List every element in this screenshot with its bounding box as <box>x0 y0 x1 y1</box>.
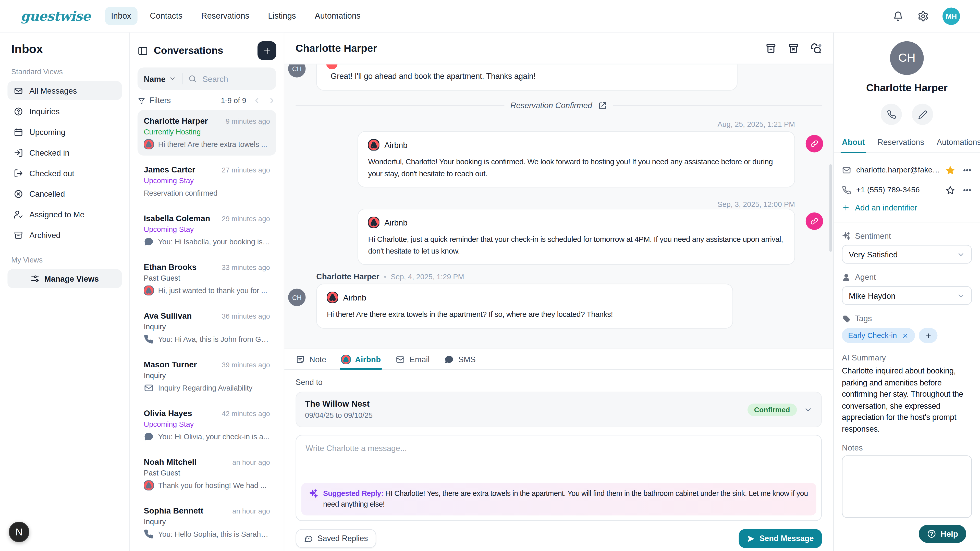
message-scroll-area[interactable]: CH Great! I'll go ahead and book the apa… <box>284 64 833 348</box>
conversation-item[interactable]: Noah Mitchell an hour ago Past Guest Tha… <box>138 451 277 497</box>
sidebar-item[interactable]: Checked in <box>7 143 122 162</box>
sidebar-item-icon <box>14 127 23 137</box>
external-link-icon[interactable] <box>598 101 607 110</box>
channel-icon <box>144 286 154 295</box>
bell-icon[interactable] <box>892 10 904 21</box>
prev-page-button[interactable] <box>252 96 261 105</box>
conversation-item[interactable]: Sophia Bennett an hour ago Inquiry You: … <box>138 500 277 545</box>
sidebar-item[interactable]: Cancelled <box>7 184 122 203</box>
conversation-item[interactable]: Ava Sullivan 36 minutes ago Inquiry You:… <box>138 305 277 351</box>
plus-icon <box>924 332 932 339</box>
saved-replies-button[interactable]: Saved Replies <box>296 529 376 548</box>
profile-tab[interactable]: Reservations <box>877 138 924 152</box>
sidebar-item[interactable]: Inquiries <box>7 102 122 121</box>
send-message-button[interactable]: Send Message <box>739 529 822 548</box>
edit-button[interactable] <box>912 104 933 125</box>
sidebar-item[interactable]: Upcoming <box>7 122 122 141</box>
sidebar-item[interactable]: All Messages <box>7 81 122 100</box>
question-circle-icon <box>927 529 936 538</box>
sidebar-item[interactable]: Checked out <box>7 164 122 183</box>
sidebar-item[interactable]: Archived <box>7 225 122 244</box>
sidebar-title: Inbox <box>11 43 122 56</box>
star-icon[interactable] <box>945 165 955 175</box>
scrollbar-thumb[interactable] <box>829 164 832 252</box>
composer-tab[interactable]: Email <box>396 349 430 369</box>
chat-area: CH Great! I'll go ahead and book the apa… <box>284 32 833 551</box>
composer-tab-icon <box>396 354 405 364</box>
more-options-icon[interactable] <box>963 185 972 195</box>
message-text: Wonderful, Charlotte! Your booking is co… <box>368 156 784 179</box>
help-button[interactable]: Help <box>919 525 966 543</box>
composer-tabs: Note Airbnb Email SMS <box>284 349 833 370</box>
sidebar-item[interactable]: Assigned to Me <box>7 205 122 224</box>
archive-x-icon[interactable] <box>788 42 800 54</box>
conversation-item[interactable]: Charlotte Harper 9 minutes ago Currently… <box>138 110 277 156</box>
composer-tab[interactable]: Airbnb <box>341 349 381 369</box>
agent-select[interactable]: Mike Haydon <box>842 286 972 305</box>
composer-tab-icon <box>341 354 351 364</box>
guest-status: Upcoming Stay <box>144 176 270 185</box>
manage-views-button[interactable]: Manage Views <box>7 269 122 288</box>
sparkles-icon <box>842 231 851 240</box>
sentiment-label-row: Sentiment <box>842 231 972 241</box>
conversation-item[interactable]: Ethan Brooks 33 minutes ago Past Guest H… <box>138 256 277 302</box>
conversation-item[interactable]: Mason Turner 39 minutes ago Inquiry Inqu… <box>138 354 277 399</box>
guestwise-logo[interactable]: guestwise <box>21 8 90 24</box>
main-nav: Inbox Contacts Reservations Listings Aut… <box>105 7 367 25</box>
dev-launcher-badge[interactable]: N <box>9 522 29 542</box>
next-page-button[interactable] <box>267 96 276 105</box>
filters-label[interactable]: Filters <box>149 96 171 105</box>
collapse-panel-icon[interactable] <box>138 45 148 56</box>
conversation-item[interactable]: Isabella Coleman 29 minutes ago Upcoming… <box>138 207 277 253</box>
call-button[interactable] <box>881 104 902 125</box>
message-timestamp: Aug, 25, 2025, 1:21 PM <box>718 120 795 129</box>
nav-item[interactable]: Listings <box>262 7 302 25</box>
profile-tab[interactable]: Automations <box>937 138 980 152</box>
profile-tab[interactable]: About <box>842 138 865 152</box>
reservation-selector[interactable]: The Willow Nest 09/04/25 to 09/10/25 Con… <box>296 392 822 427</box>
search-field-selector[interactable]: Name <box>144 74 165 83</box>
notes-input[interactable] <box>842 455 972 518</box>
gear-icon[interactable] <box>918 10 929 21</box>
archive-icon[interactable] <box>765 42 777 54</box>
send-icon <box>747 534 755 543</box>
sidebar-item-icon <box>14 230 23 240</box>
conversation-item[interactable]: James Carter 27 minutes ago Upcoming Sta… <box>138 159 277 204</box>
conversation-list: Charlotte Harper 9 minutes ago Currently… <box>138 110 277 545</box>
chat-title: Charlotte Harper <box>296 42 754 54</box>
message-time: 9 minutes ago <box>226 118 270 125</box>
conversation-item[interactable]: Olivia Hayes 42 minutes ago Upcoming Sta… <box>138 402 277 448</box>
nav-item[interactable]: Contacts <box>144 7 189 25</box>
message-input[interactable] <box>296 435 821 477</box>
chat-status-icon[interactable] <box>810 42 822 54</box>
standard-views-label: Standard Views <box>11 67 122 76</box>
new-conversation-button[interactable] <box>258 41 276 60</box>
search-input[interactable] <box>201 73 270 84</box>
composer-tab-icon <box>445 354 454 364</box>
funnel-icon[interactable] <box>138 97 146 105</box>
user-avatar[interactable]: MH <box>942 7 960 25</box>
nav-item[interactable]: Inbox <box>105 7 137 25</box>
message-time: 39 minutes ago <box>222 361 270 368</box>
host-avatar <box>806 135 823 152</box>
composer-tab[interactable]: SMS <box>445 349 476 369</box>
tag-chip[interactable]: Early Check-in <box>842 328 915 343</box>
nav-item[interactable]: Automations <box>309 7 367 25</box>
sentiment-select[interactable]: Very Satisfied <box>842 245 972 264</box>
guest-name: Olivia Hayes <box>144 409 218 418</box>
identifier-list: charlotte.harper@fake.... +1 (555) 789-3… <box>842 162 972 198</box>
nav-item[interactable]: Reservations <box>195 7 256 25</box>
plus-icon <box>842 203 850 212</box>
more-options-icon[interactable] <box>963 165 972 175</box>
guest-status: Past Guest <box>144 468 270 477</box>
add-tag-button[interactable] <box>919 328 937 343</box>
suggested-reply-banner[interactable]: Suggested Reply: HI Charlotte! Yes, ther… <box>301 483 816 515</box>
star-icon[interactable] <box>945 185 955 195</box>
guest-name: Ethan Brooks <box>144 262 218 272</box>
message-snippet: Hi there! Are there extra towels ... <box>158 140 267 149</box>
close-icon[interactable] <box>902 332 909 339</box>
tag-chips: Early Check-in <box>842 328 972 343</box>
add-identifier-button[interactable]: Add an indentifier <box>842 203 917 213</box>
composer-tab[interactable]: Note <box>296 349 326 369</box>
sidebar-item-icon <box>14 148 23 157</box>
